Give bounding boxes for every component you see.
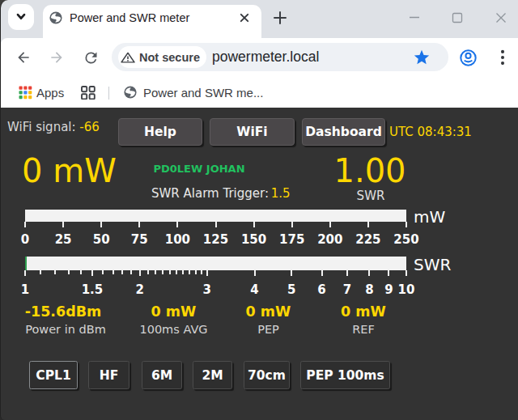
power-meter-unit: mW [414, 207, 445, 227]
dashboard-button[interactable]: Dashboard [302, 118, 385, 146]
hf-button[interactable]: HF [88, 361, 130, 389]
swr-minor-tick [68, 270, 70, 274]
stat-pep-value: 0 mW [246, 303, 291, 320]
mw-tick-250 [405, 222, 407, 227]
help-button[interactable]: Help [118, 118, 202, 146]
swr-minor-tick [80, 270, 82, 274]
apps-shortcut[interactable]: Apps [36, 85, 64, 100]
wifi-signal-value: -66 [79, 120, 100, 134]
swr-scale-7: 7 [343, 284, 351, 296]
back-button[interactable] [15, 49, 32, 66]
swr-scale-6: 6 [317, 284, 325, 296]
mw-scale-250: 250 [393, 234, 418, 246]
mw-scale-0: 0 [21, 234, 29, 246]
mw-tick-75 [138, 222, 140, 227]
mw-tick-225 [367, 222, 369, 227]
swr-minor-tick [201, 270, 202, 274]
apps-grid-icon[interactable] [19, 86, 32, 100]
callsign: PD0LEW JOHAN [138, 163, 260, 175]
swr-minor-tick [40, 270, 41, 274]
tab-close-icon[interactable] [233, 6, 256, 29]
mw-tick-175 [291, 222, 293, 227]
power-meter-bar [25, 210, 406, 222]
security-chip[interactable]: Not secure [118, 46, 206, 68]
swr-minor-tick [182, 270, 184, 274]
swr-scale-4: 4 [250, 284, 258, 296]
mw-scale-25: 25 [55, 234, 72, 246]
tab-title: Power and SWR meter [70, 11, 189, 26]
swr-tick-1 [24, 270, 26, 276]
swr-alarm-value: 1.5 [271, 186, 291, 201]
swr-tick-6 [321, 270, 323, 276]
swr-tick-3 [206, 270, 208, 276]
70cm-button[interactable]: 70cm [244, 361, 290, 389]
window-maximize-button[interactable] [448, 8, 467, 28]
mw-scale-125: 125 [203, 234, 228, 246]
swr-minor-tick [155, 270, 156, 274]
menu-dots-icon[interactable] [496, 49, 509, 66]
wifi-button[interactable]: WiFi [210, 118, 295, 146]
swr-minor-tick [121, 270, 123, 274]
swr-minor-tick [195, 270, 197, 274]
stat-avg-label: 100ms AVG [139, 323, 207, 336]
swr-minor-tick [176, 270, 177, 274]
reload-button[interactable] [83, 49, 100, 66]
power-value: 0 mW [22, 154, 117, 188]
stat-ref-label: REF [352, 323, 375, 336]
mw-tick-25 [62, 222, 64, 227]
swr-scale-9: 9 [384, 284, 393, 296]
swr-value-label: SWR [322, 189, 419, 203]
2m-button[interactable]: 2M [193, 361, 232, 389]
stat-dbm-value: -15.6dBm [25, 303, 102, 320]
cpl1-button[interactable]: CPL1 [29, 361, 78, 389]
swr-scale-8: 8 [365, 284, 373, 296]
mw-scale-225: 225 [355, 234, 380, 246]
url-text: powermeter.local [212, 48, 319, 66]
stat-pep-label: PEP [257, 323, 279, 336]
swr-scale-1.5: 1.5 [82, 284, 104, 296]
wifi-signal-label: WiFi signal: [7, 120, 76, 134]
swr-minor-tick [169, 270, 171, 274]
mw-scale-175: 175 [279, 234, 304, 246]
mw-tick-200 [329, 222, 331, 227]
window-close-button[interactable] [491, 8, 511, 28]
swr-minor-tick [54, 270, 56, 274]
warning-icon [121, 51, 135, 64]
new-tab-button[interactable] [271, 9, 289, 27]
forward-button[interactable] [49, 49, 65, 66]
swr-minor-tick [147, 270, 149, 274]
window-minimize-button[interactable] [405, 12, 424, 23]
stat-dbm-label: Power in dBm [25, 323, 106, 336]
mw-tick-0 [24, 222, 26, 227]
6m-button[interactable]: 6M [142, 361, 182, 389]
swr-scale-3: 3 [203, 284, 211, 296]
utc-clock: UTC 08:43:31 [389, 125, 472, 139]
grid-bookmark-icon[interactable] [81, 86, 96, 100]
tab-search-button[interactable] [8, 4, 34, 30]
swr-scale-5: 5 [287, 284, 295, 296]
swr-tick-2 [139, 270, 141, 276]
active-tab[interactable]: Power and SWR meter [43, 5, 261, 38]
pep-100ms-button[interactable]: PEP 100ms [300, 361, 390, 389]
swr-meter-bar [25, 257, 406, 270]
bookmarks-bar: Apps Power and SWR me... [1, 78, 518, 108]
page-content: WiFi signal: -66 Help WiFi Dashboard UTC… [1, 108, 518, 420]
profile-avatar-button[interactable] [459, 49, 478, 67]
browser-toolbar: Not secure powermeter.local [1, 38, 518, 78]
mw-tick-125 [215, 222, 217, 227]
mw-tick-100 [176, 222, 178, 227]
bookmark-item[interactable]: Power and SWR me... [143, 85, 263, 100]
swr-tick-5 [291, 270, 292, 276]
swr-tick-7 [346, 270, 348, 276]
swr-tick-1.5 [91, 270, 93, 276]
chevron-down-icon [8, 4, 34, 30]
bookmark-star-icon[interactable] [413, 49, 431, 66]
globe-favicon [49, 11, 62, 24]
swr-tick-4 [254, 270, 256, 276]
swr-tick-9 [388, 270, 389, 276]
security-chip-label: Not secure [139, 51, 200, 64]
mw-scale-75: 75 [131, 234, 148, 246]
mw-scale-100: 100 [165, 234, 190, 246]
swr-minor-tick [130, 270, 132, 274]
address-bar[interactable]: Not secure powermeter.local [112, 43, 448, 71]
